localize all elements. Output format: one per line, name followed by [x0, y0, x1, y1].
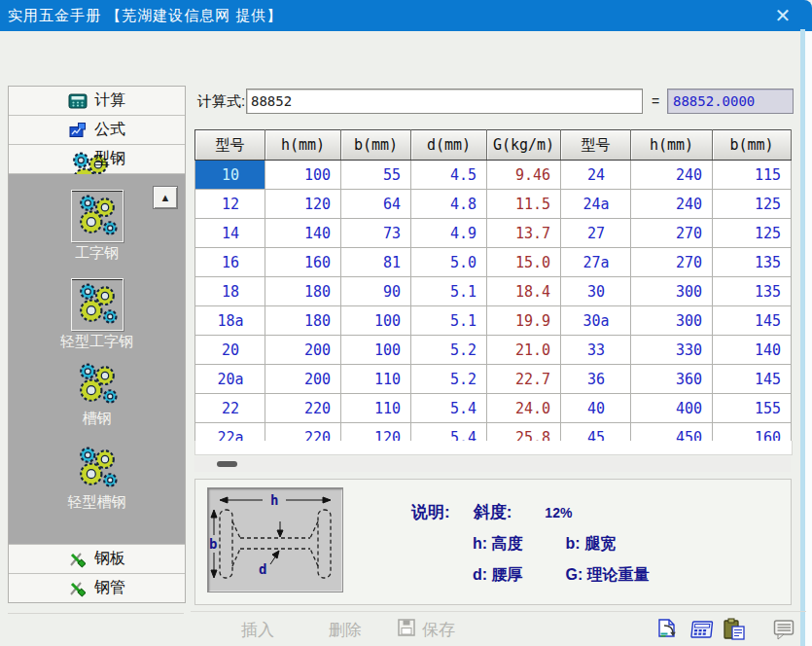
table-cell[interactable]: 12 — [195, 190, 265, 219]
table-cell[interactable]: 240 — [631, 190, 713, 219]
table-cell[interactable]: 4.9 — [411, 219, 487, 248]
table-cell[interactable]: 18a — [195, 306, 265, 336]
table-cell[interactable]: 81 — [341, 248, 411, 277]
table-cell[interactable]: 19.9 — [487, 306, 561, 336]
table-header-row: 型号h(mm)b(mm)d(mm)G(kg/m)型号h(mm)b(mm) — [195, 130, 792, 161]
table-cell[interactable]: 40 — [561, 394, 631, 423]
table-cell[interactable]: 5.1 — [411, 277, 487, 306]
table-row: 222201105.424.040400155 — [195, 394, 792, 423]
insert-button[interactable]: 插入 — [241, 619, 274, 641]
table-cell[interactable]: 330 — [631, 336, 713, 365]
table-cell[interactable]: 145 — [713, 306, 792, 336]
table-cell[interactable]: 400 — [631, 394, 713, 423]
shape-item-i-beam[interactable]: 工字钢 — [9, 190, 185, 263]
table-cell[interactable]: 160 — [265, 248, 341, 277]
table-cell[interactable]: 14 — [195, 219, 265, 248]
export-page-icon[interactable] — [656, 618, 681, 641]
sidebar-item-section-steel[interactable]: 型钢 — [9, 145, 185, 174]
ibeam-diagram: h b d — [207, 487, 343, 592]
table-cell[interactable]: 30 — [561, 277, 631, 306]
shape-item-light-channel-steel[interactable]: 轻型槽钢 — [9, 445, 185, 512]
close-icon[interactable]: ✕ — [769, 3, 796, 28]
table-cell[interactable]: 22.7 — [487, 365, 561, 394]
table-cell[interactable]: 24.0 — [487, 394, 561, 423]
table-cell[interactable]: 5.0 — [411, 248, 487, 277]
table-cell[interactable]: 10 — [195, 161, 265, 190]
table-cell[interactable]: 30a — [561, 306, 631, 336]
table-cell[interactable]: 18 — [195, 277, 265, 306]
table-cell[interactable]: 100 — [341, 306, 411, 336]
sidebar-item-formula[interactable]: 公式 — [9, 116, 185, 145]
paste-icon[interactable] — [723, 618, 747, 641]
table-cell[interactable]: 145 — [713, 365, 792, 394]
table-cell[interactable]: 55 — [341, 161, 411, 190]
table-cell[interactable]: 125 — [713, 190, 792, 219]
table-cell[interactable]: 200 — [265, 336, 341, 365]
table-cell[interactable]: 24a — [561, 190, 631, 219]
table-cell[interactable]: 20a — [195, 365, 265, 394]
calculator-tool-icon[interactable] — [689, 618, 714, 641]
table-cell[interactable]: 220 — [265, 394, 341, 423]
table-cell[interactable]: 200 — [265, 365, 341, 394]
table-cell[interactable]: 4.5 — [411, 161, 487, 190]
sidebar-item-calculate[interactable]: 计算 — [9, 87, 185, 116]
table-cell[interactable]: 180 — [265, 306, 341, 336]
table-cell[interactable]: 21.0 — [487, 336, 561, 365]
shape-item-channel-steel[interactable]: 槽钢 — [9, 361, 185, 428]
table-cell[interactable]: 240 — [631, 161, 713, 190]
table-cell[interactable]: 110 — [341, 394, 411, 423]
table-cell[interactable]: 115 — [713, 161, 792, 190]
shape-item-label: 槽钢 — [9, 410, 185, 428]
sidebar-item-steel-plate[interactable]: 钢板 — [9, 545, 185, 574]
table-cell[interactable]: 5.1 — [411, 306, 487, 336]
table-cell[interactable]: 135 — [713, 277, 792, 306]
table-cell[interactable]: 11.5 — [487, 190, 561, 219]
table-cell[interactable]: 140 — [265, 219, 341, 248]
table-cell[interactable]: 4.8 — [411, 190, 487, 219]
table-cell[interactable]: 155 — [713, 394, 792, 423]
table-cell[interactable]: 300 — [631, 277, 713, 306]
table-cell[interactable]: 27 — [561, 219, 631, 248]
floppy-icon — [397, 618, 416, 642]
table-cell[interactable]: 5.2 — [411, 336, 487, 365]
table-cell[interactable]: 33 — [561, 336, 631, 365]
table-cell[interactable]: 5.2 — [411, 365, 487, 394]
shape-item-light-i-beam[interactable]: 轻型工字钢 — [9, 278, 185, 351]
table-cell[interactable]: 5.4 — [411, 394, 487, 423]
table-cell[interactable]: 27a — [561, 248, 631, 277]
table-cell[interactable]: 20 — [195, 336, 265, 365]
scrollbar-thumb[interactable] — [217, 461, 237, 467]
table-cell[interactable]: 270 — [631, 219, 713, 248]
table-cell[interactable]: 100 — [341, 336, 411, 365]
table-cell[interactable]: 140 — [713, 336, 792, 365]
table-cell[interactable]: 90 — [341, 277, 411, 306]
legend-value: 腿宽 — [584, 535, 616, 552]
table-cell[interactable]: 73 — [341, 219, 411, 248]
comment-icon[interactable] — [772, 618, 796, 641]
table-cell[interactable]: 22 — [195, 394, 265, 423]
table-cell[interactable]: 9.46 — [487, 161, 561, 190]
table-cell[interactable]: 24 — [561, 161, 631, 190]
steel-table: 型号h(mm)b(mm)d(mm)G(kg/m)型号h(mm)b(mm) 101… — [194, 129, 792, 452]
table-cell[interactable]: 125 — [713, 219, 792, 248]
delete-button[interactable]: 删除 — [329, 619, 362, 641]
sidebar-item-steel-pipe[interactable]: 钢管 — [9, 574, 185, 602]
formula-input[interactable] — [246, 89, 643, 114]
table-cell[interactable]: 270 — [631, 248, 713, 277]
table-cell[interactable]: 18.4 — [487, 277, 561, 306]
table-cell[interactable]: 100 — [265, 161, 341, 190]
table-cell[interactable]: 135 — [713, 248, 792, 277]
table-cell[interactable]: 16 — [195, 248, 265, 277]
save-button[interactable]: 保存 — [397, 618, 455, 642]
table-cell[interactable]: 64 — [341, 190, 411, 219]
table-cell[interactable]: 300 — [631, 306, 713, 336]
bottom-toolbar: 插入 删除 保存 — [191, 611, 806, 646]
table-cell[interactable]: 360 — [631, 365, 713, 394]
table-cell[interactable]: 13.7 — [487, 219, 561, 248]
table-cell[interactable]: 110 — [341, 365, 411, 394]
table-cell[interactable]: 36 — [561, 365, 631, 394]
table-cell[interactable]: 15.0 — [487, 248, 561, 277]
table-cell[interactable]: 180 — [265, 277, 341, 306]
table-cell[interactable]: 120 — [265, 190, 341, 219]
horizontal-scrollbar[interactable] — [194, 456, 791, 472]
